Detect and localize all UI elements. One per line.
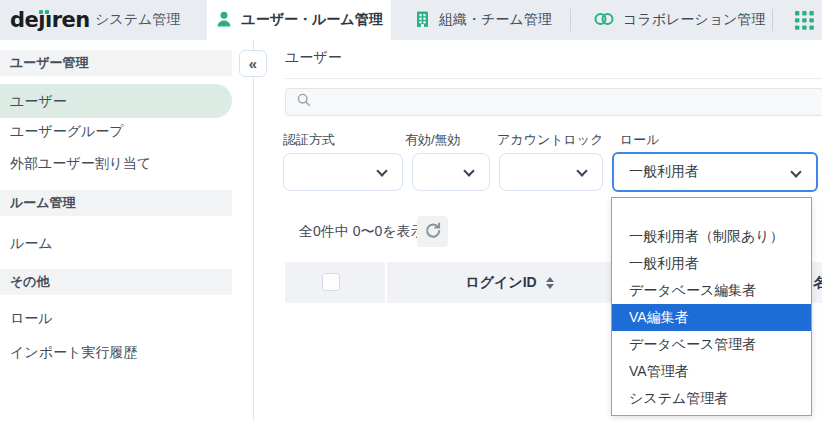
app-window: deȷıren システム管理 ユーザー・ルーム管理 組織・チーム管理 コラボレー… bbox=[0, 0, 822, 421]
tab-org-team-management[interactable]: 組織・チーム管理 bbox=[414, 0, 552, 40]
chevron-down-icon bbox=[376, 165, 387, 176]
sidebar-item-external-user-assignment[interactable]: 外部ユーザー割り当て bbox=[0, 147, 232, 179]
dropdown-option[interactable] bbox=[612, 198, 811, 223]
role-dropdown-menu: 一般利用者（制限あり） 一般利用者 データベース編集者 VA編集者 データベース… bbox=[611, 197, 812, 416]
refresh-icon bbox=[423, 221, 442, 243]
apps-grid-icon[interactable] bbox=[795, 11, 814, 30]
filter-label-role: ロール bbox=[620, 131, 660, 149]
logo-text-post: ren bbox=[52, 8, 90, 32]
auth-method-select[interactable] bbox=[283, 153, 403, 191]
sidebar-section-room-management: ルーム管理 bbox=[0, 190, 232, 216]
page-title: ユーザー bbox=[285, 49, 342, 67]
logo-text-ji: ȷı bbox=[38, 8, 51, 32]
filter-label-enabled: 有効/無効 bbox=[405, 131, 461, 149]
column-header-name-partial: 名 bbox=[813, 262, 822, 303]
chevron-down-icon bbox=[463, 165, 474, 176]
refresh-button[interactable] bbox=[417, 216, 448, 247]
sort-desc-icon bbox=[546, 284, 554, 289]
tab-divider bbox=[570, 9, 571, 31]
sidebar-section-user-management: ユーザー管理 bbox=[0, 50, 232, 76]
dropdown-option[interactable]: データベース管理者 bbox=[612, 331, 811, 358]
sort-asc-icon bbox=[546, 277, 554, 282]
column-label: ログインID bbox=[465, 274, 536, 292]
tab-label: コラボレーション管理 bbox=[623, 11, 765, 29]
dropdown-option[interactable]: 一般利用者（制限あり） bbox=[612, 223, 811, 250]
title-divider bbox=[285, 78, 822, 79]
dropdown-option[interactable]: システム管理者 bbox=[612, 385, 811, 412]
enabled-select[interactable] bbox=[412, 153, 490, 191]
collaboration-icon bbox=[593, 10, 615, 31]
search-box[interactable] bbox=[285, 88, 822, 116]
user-icon bbox=[215, 10, 233, 31]
tab-collaboration-management[interactable]: コラボレーション管理 bbox=[593, 0, 765, 40]
dropdown-option[interactable]: VA管理者 bbox=[612, 358, 811, 385]
logo-accent-dot-icon bbox=[39, 10, 43, 14]
building-icon bbox=[414, 10, 431, 31]
select-all-checkbox[interactable] bbox=[322, 273, 340, 291]
pagination-summary: 全0件中 0〜0を表示 bbox=[299, 223, 425, 241]
logo: deȷıren bbox=[10, 0, 90, 40]
search-input[interactable] bbox=[320, 89, 822, 115]
logo-accent-dot-icon bbox=[45, 10, 49, 14]
chevron-down-icon bbox=[790, 166, 801, 177]
dropdown-option[interactable]: データベース編集者 bbox=[612, 277, 811, 304]
sidebar-item-roles[interactable]: ロール bbox=[0, 302, 232, 334]
collapse-chevrons-icon: « bbox=[249, 55, 257, 72]
filter-label-account-lock: アカウントロック bbox=[497, 131, 603, 149]
sidebar: ユーザー管理 ユーザー ユーザーグループ 外部ユーザー割り当て ルーム管理 ルー… bbox=[0, 40, 253, 421]
sidebar-divider bbox=[253, 40, 254, 421]
column-header-login-id[interactable]: ログインID bbox=[387, 262, 632, 303]
sort-icon[interactable] bbox=[546, 277, 554, 289]
tab-label: 組織・チーム管理 bbox=[439, 11, 552, 29]
chevron-down-icon bbox=[576, 165, 587, 176]
system-admin-label: システム管理 bbox=[95, 0, 180, 40]
tab-user-room-management[interactable]: ユーザー・ルーム管理 bbox=[207, 0, 391, 40]
sidebar-item-rooms[interactable]: ルーム bbox=[0, 227, 232, 259]
logo-text-pre: de bbox=[10, 8, 38, 32]
select-value: 一般利用者 bbox=[629, 163, 699, 181]
role-select[interactable]: 一般利用者 bbox=[612, 152, 818, 192]
dropdown-option[interactable]: 一般利用者 bbox=[612, 250, 811, 277]
dropdown-option-highlighted[interactable]: VA編集者 bbox=[612, 304, 811, 331]
sidebar-item-user-groups[interactable]: ユーザーグループ bbox=[0, 115, 232, 147]
tab-divider bbox=[772, 9, 773, 31]
account-lock-select[interactable] bbox=[499, 153, 603, 191]
sidebar-item-users[interactable]: ユーザー bbox=[0, 84, 232, 118]
filter-label-auth-method: 認証方式 bbox=[283, 131, 335, 149]
search-icon bbox=[296, 92, 312, 112]
sidebar-collapse-button[interactable]: « bbox=[239, 50, 267, 77]
topbar: deȷıren システム管理 ユーザー・ルーム管理 組織・チーム管理 コラボレー… bbox=[0, 0, 822, 40]
tab-label: ユーザー・ルーム管理 bbox=[241, 11, 382, 29]
sidebar-item-import-history[interactable]: インポート実行履歴 bbox=[0, 336, 232, 368]
sidebar-section-others: その他 bbox=[0, 269, 232, 295]
